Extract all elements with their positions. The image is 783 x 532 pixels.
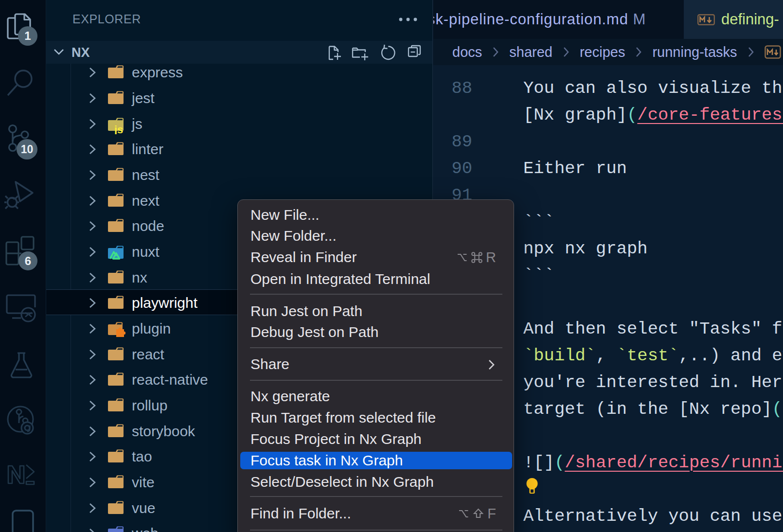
- svg-text:js: js: [114, 124, 123, 134]
